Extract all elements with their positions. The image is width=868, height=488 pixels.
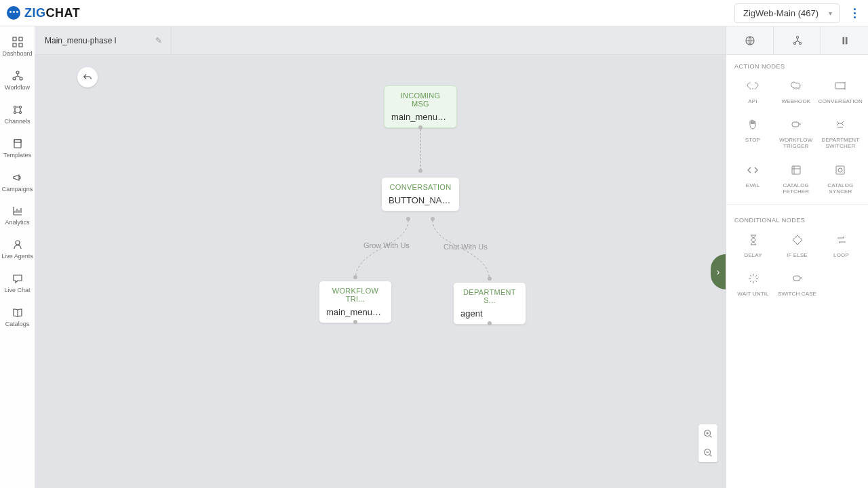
connector-line (420, 129, 421, 170)
user-icon (12, 239, 24, 251)
node-incoming-msg[interactable]: INCOMING MSG main_menu_bu... (384, 85, 457, 128)
brand-text: ZIGCHAT (24, 6, 80, 20)
palette-department-switcher[interactable]: DEPARTMENT SWITCHER (818, 114, 863, 152)
sidebar-item-channels[interactable]: Channels (0, 104, 35, 125)
connector-curve (354, 220, 415, 281)
sidebar-item-dashboard[interactable]: Dashboard (0, 36, 35, 58)
workflow-name-field[interactable]: Main_menu-phase l ✎ (35, 26, 172, 54)
palette-label: WAIT UNTIL (737, 291, 768, 297)
header-right: ZigWeb-Main (467) ▾ (734, 3, 861, 23)
undo-button[interactable] (77, 67, 98, 87)
brand-logo: ZIGCHAT (7, 6, 80, 20)
sidebar-item-workflow[interactable]: Workflow (0, 70, 35, 92)
zoom-out-button[interactable] (698, 443, 717, 462)
palette-api[interactable]: API (732, 75, 774, 107)
svg-point-5 (13, 77, 16, 80)
palette-delay[interactable]: DELAY (732, 229, 774, 261)
node-workflow-trigger[interactable]: WORKFLOW TRI... main_menu_op... (319, 281, 392, 323)
sidebar-item-label: Catalogs (5, 321, 30, 328)
spinner-icon (745, 270, 762, 287)
templates-icon (12, 138, 24, 150)
palette-conversation[interactable]: CONVERSATION (818, 75, 863, 107)
canvas-header: Main_menu-phase l ✎ (35, 26, 726, 55)
project-name: ZigWeb-Main (467) (743, 8, 818, 18)
connector-dot (488, 321, 492, 325)
palette-eval[interactable]: EVAL (732, 159, 774, 197)
sidebar-item-templates[interactable]: Templates (0, 138, 35, 159)
action-nodes-section: ACTION NODES API WEBHOOK CONVERSATION ST… (726, 55, 868, 200)
node-title: BUTTON_NAME (389, 195, 452, 205)
switch-icon (832, 117, 848, 133)
svg-rect-11 (14, 140, 21, 148)
hourglass-icon (745, 232, 762, 248)
divider (726, 204, 868, 205)
sidebar-item-label: Workflow (5, 85, 30, 92)
sidebar-item-live-chat[interactable]: Live Chat (0, 272, 35, 294)
more-menu-button[interactable] (848, 8, 861, 18)
connector-dot (488, 277, 492, 281)
sync-icon (832, 162, 848, 178)
brand-second: CHAT (46, 6, 81, 20)
palette-label: SWITCH CASE (778, 291, 816, 297)
globe-button[interactable] (726, 26, 774, 54)
sidebar-item-analytics[interactable]: Analytics (0, 205, 35, 226)
palette-if-else[interactable]: IF ELSE (776, 229, 818, 261)
section-heading: ACTION NODES (732, 63, 863, 75)
palette-label: CATALOG FETCHER (775, 182, 817, 195)
message-icon (832, 78, 848, 94)
project-select[interactable]: ZigWeb-Main (467) ▾ (734, 3, 840, 23)
sidebar-item-campaigns[interactable]: Campaigns (0, 171, 35, 193)
connector-curve (431, 220, 499, 283)
svg-rect-25 (836, 166, 844, 174)
palette-label: API (748, 98, 757, 104)
palette-webhook[interactable]: WEBHOOK (775, 75, 817, 107)
section-heading: CONDITIONAL NODES (732, 217, 863, 229)
sidebar-item-label: Templates (3, 152, 31, 159)
palette-label: WEBHOOK (781, 98, 810, 104)
svg-rect-24 (792, 166, 800, 174)
svg-point-7 (14, 106, 16, 108)
node-palette-panel: ACTION NODES API WEBHOOK CONVERSATION ST… (726, 26, 868, 488)
palette-label: LOOP (833, 252, 849, 258)
palette-label: STOP (745, 137, 760, 143)
sidebar-item-catalogs[interactable]: Catalogs (0, 306, 35, 328)
canvas-area: Main_menu-phase l ✎ INCOMING MSG main_me… (35, 26, 726, 488)
palette-label: DELAY (744, 252, 762, 258)
svg-point-4 (16, 71, 19, 74)
diamond-icon (789, 232, 806, 248)
palette-label: CONVERSATION (818, 98, 863, 104)
palette-catalog-syncer[interactable]: CATALOG SYNCER (818, 159, 863, 197)
workflow-icon (12, 70, 24, 82)
svg-rect-12 (14, 140, 21, 142)
connector-dot (353, 320, 357, 324)
panel-collapse-button[interactable]: › (711, 254, 726, 289)
hierarchy-button[interactable] (774, 26, 821, 54)
edit-icon[interactable]: ✎ (155, 36, 162, 45)
code-icon (745, 162, 761, 178)
palette-loop[interactable]: LOOP (820, 229, 863, 261)
node-conversation[interactable]: CONVERSATION BUTTON_NAME (381, 177, 460, 211)
node-department-switcher[interactable]: DEPARTMENT S... agent (453, 282, 526, 325)
palette-label: IF ELSE (787, 252, 808, 258)
sidebar-item-live-agents[interactable]: Live Agents (0, 239, 35, 260)
branch-label: Grow With Us (361, 241, 412, 249)
svg-rect-1 (19, 37, 22, 41)
workflow-canvas[interactable]: INCOMING MSG main_menu_bu... CONVERSATIO… (35, 55, 726, 488)
palette-stop[interactable]: STOP (732, 114, 774, 152)
svg-rect-22 (835, 83, 845, 89)
palette-switch-case[interactable]: SWITCH CASE (776, 268, 818, 300)
palette-workflow-trigger[interactable]: WORKFLOW TRIGGER (775, 114, 817, 152)
palette-catalog-fetcher[interactable]: CATALOG FETCHER (775, 159, 817, 197)
node-title: agent (460, 308, 519, 319)
pause-button[interactable] (821, 26, 868, 54)
svg-rect-23 (792, 122, 799, 127)
svg-rect-0 (13, 37, 16, 41)
zoom-in-button[interactable] (698, 424, 717, 443)
svg-point-17 (796, 36, 798, 38)
palette-wait-until[interactable]: WAIT UNTIL (732, 268, 774, 300)
svg-rect-21 (845, 37, 847, 44)
zoom-controls (698, 424, 717, 462)
panel-toolbar (726, 26, 868, 55)
node-type-label: CONVERSATION (389, 183, 452, 191)
node-type-label: DEPARTMENT S... (460, 288, 519, 304)
